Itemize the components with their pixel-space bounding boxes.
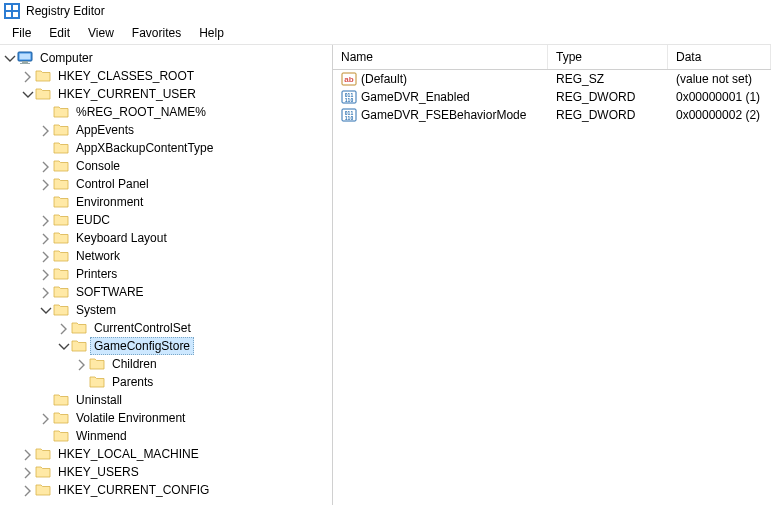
tree-node[interactable]: Winmend bbox=[38, 427, 332, 445]
binary-value-icon bbox=[341, 107, 357, 123]
tree-label: Network bbox=[72, 247, 124, 265]
tree-node[interactable]: Console bbox=[38, 157, 332, 175]
tree-node-gameconfigstore[interactable]: GameConfigStore bbox=[56, 337, 332, 355]
titlebar: Registry Editor bbox=[0, 0, 771, 22]
folder-icon bbox=[71, 338, 87, 354]
chevron-right-icon[interactable] bbox=[38, 249, 52, 263]
folder-icon bbox=[89, 356, 105, 372]
tree-node-hkcr[interactable]: HKEY_CLASSES_ROOT bbox=[20, 67, 332, 85]
tree-pane[interactable]: Computer HKEY_CLASSES_ROOT HKEY_CURRENT_… bbox=[0, 45, 333, 505]
registry-icon bbox=[4, 3, 20, 19]
window-title: Registry Editor bbox=[26, 4, 105, 18]
tree-label: Uninstall bbox=[72, 391, 126, 409]
tree-node-hklm[interactable]: HKEY_LOCAL_MACHINE bbox=[20, 445, 332, 463]
menu-view[interactable]: View bbox=[80, 24, 122, 42]
tree-node[interactable]: Parents bbox=[74, 373, 332, 391]
tree-node[interactable]: Environment bbox=[38, 193, 332, 211]
chevron-right-icon[interactable] bbox=[20, 69, 34, 83]
menu-help[interactable]: Help bbox=[191, 24, 232, 42]
tree-node[interactable]: Printers bbox=[38, 265, 332, 283]
tree-label: HKEY_USERS bbox=[54, 463, 143, 481]
tree-node[interactable]: Control Panel bbox=[38, 175, 332, 193]
column-type[interactable]: Type bbox=[548, 45, 668, 69]
tree-node[interactable]: Children bbox=[74, 355, 332, 373]
tree-node[interactable]: %REG_ROOT_NAME% bbox=[38, 103, 332, 121]
menu-edit[interactable]: Edit bbox=[41, 24, 78, 42]
menu-favorites[interactable]: Favorites bbox=[124, 24, 189, 42]
tree-node[interactable]: AppEvents bbox=[38, 121, 332, 139]
folder-icon bbox=[53, 212, 69, 228]
value-row[interactable]: GameDVR_EnabledREG_DWORD0x00000001 (1) bbox=[333, 88, 771, 106]
tree-label: SOFTWARE bbox=[72, 283, 148, 301]
chevron-right-icon[interactable] bbox=[74, 357, 88, 371]
chevron-down-icon[interactable] bbox=[56, 339, 70, 353]
tree-label: Console bbox=[72, 157, 124, 175]
chevron-down-icon[interactable] bbox=[20, 87, 34, 101]
chevron-down-icon[interactable] bbox=[38, 303, 52, 317]
folder-icon bbox=[53, 158, 69, 174]
values-pane[interactable]: Name Type Data (Default)REG_SZ(value not… bbox=[333, 45, 771, 505]
menu-file[interactable]: File bbox=[4, 24, 39, 42]
tree-node[interactable]: SOFTWARE bbox=[38, 283, 332, 301]
value-data: 0x00000002 (2) bbox=[668, 107, 771, 123]
folder-icon bbox=[35, 446, 51, 462]
value-name: GameDVR_Enabled bbox=[361, 90, 470, 104]
chevron-right-icon[interactable] bbox=[38, 159, 52, 173]
tree-label: AppXBackupContentType bbox=[72, 139, 217, 157]
tree-label: HKEY_CURRENT_CONFIG bbox=[54, 481, 213, 499]
tree-node-computer[interactable]: Computer bbox=[2, 49, 332, 67]
chevron-right-icon[interactable] bbox=[38, 177, 52, 191]
folder-icon bbox=[53, 194, 69, 210]
tree-node[interactable]: Keyboard Layout bbox=[38, 229, 332, 247]
chevron-right-icon[interactable] bbox=[38, 411, 52, 425]
tree-label: System bbox=[72, 301, 120, 319]
chevron-right-icon[interactable] bbox=[38, 213, 52, 227]
column-data[interactable]: Data bbox=[668, 45, 771, 69]
tree-label: Winmend bbox=[72, 427, 131, 445]
tree-node[interactable]: Uninstall bbox=[38, 391, 332, 409]
tree-node[interactable]: CurrentControlSet bbox=[56, 319, 332, 337]
tree-label: Volatile Environment bbox=[72, 409, 189, 427]
tree-label: Control Panel bbox=[72, 175, 153, 193]
tree-label: %REG_ROOT_NAME% bbox=[72, 103, 210, 121]
chevron-right-icon[interactable] bbox=[38, 267, 52, 281]
column-name[interactable]: Name bbox=[333, 45, 548, 69]
value-row[interactable]: GameDVR_FSEBehaviorModeREG_DWORD0x000000… bbox=[333, 106, 771, 124]
tree-node[interactable]: AppXBackupContentType bbox=[38, 139, 332, 157]
folder-icon bbox=[53, 230, 69, 246]
chevron-right-icon[interactable] bbox=[38, 231, 52, 245]
chevron-right-icon[interactable] bbox=[20, 465, 34, 479]
tree-label: Environment bbox=[72, 193, 147, 211]
tree-label: Keyboard Layout bbox=[72, 229, 171, 247]
tree-node[interactable]: Volatile Environment bbox=[38, 409, 332, 427]
value-data: (value not set) bbox=[668, 71, 771, 87]
value-name: (Default) bbox=[361, 72, 407, 86]
chevron-right-icon[interactable] bbox=[56, 321, 70, 335]
list-header: Name Type Data bbox=[333, 45, 771, 70]
chevron-right-icon[interactable] bbox=[20, 483, 34, 497]
chevron-down-icon[interactable] bbox=[2, 51, 16, 65]
chevron-right-icon[interactable] bbox=[38, 123, 52, 137]
tree-node-hkcu[interactable]: HKEY_CURRENT_USER bbox=[20, 85, 332, 103]
string-value-icon bbox=[341, 71, 357, 87]
folder-icon bbox=[53, 176, 69, 192]
tree-node-hku[interactable]: HKEY_USERS bbox=[20, 463, 332, 481]
tree-label: HKEY_CLASSES_ROOT bbox=[54, 67, 198, 85]
value-row[interactable]: (Default)REG_SZ(value not set) bbox=[333, 70, 771, 88]
tree-node[interactable]: Network bbox=[38, 247, 332, 265]
value-data: 0x00000001 (1) bbox=[668, 89, 771, 105]
folder-icon bbox=[53, 428, 69, 444]
tree-label: CurrentControlSet bbox=[90, 319, 195, 337]
tree-node[interactable]: EUDC bbox=[38, 211, 332, 229]
tree-label: AppEvents bbox=[72, 121, 138, 139]
folder-icon bbox=[53, 122, 69, 138]
tree-label: HKEY_LOCAL_MACHINE bbox=[54, 445, 203, 463]
tree-label: Children bbox=[108, 355, 161, 373]
tree-node-hkcc[interactable]: HKEY_CURRENT_CONFIG bbox=[20, 481, 332, 499]
chevron-right-icon[interactable] bbox=[38, 285, 52, 299]
folder-icon bbox=[53, 284, 69, 300]
tree-node-system[interactable]: System bbox=[38, 301, 332, 319]
value-type: REG_SZ bbox=[548, 71, 668, 87]
chevron-right-icon[interactable] bbox=[20, 447, 34, 461]
folder-icon bbox=[53, 302, 69, 318]
